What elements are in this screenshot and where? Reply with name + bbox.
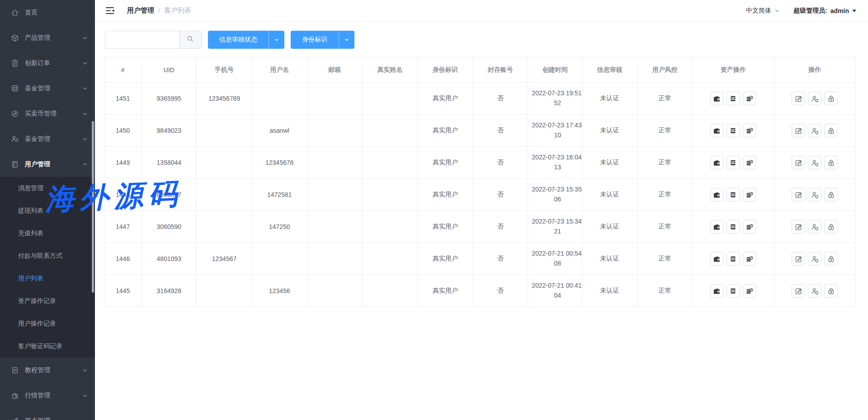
sidebar-item[interactable]: 行情管理 (0, 383, 95, 408)
cell-id: 1446 (104, 243, 142, 275)
edit-icon-button[interactable] (792, 156, 805, 169)
audit-status-filter-label[interactable]: 信息审核状态 (208, 31, 269, 49)
cell-email (307, 243, 362, 275)
sidebar-item[interactable]: 创新订单 (0, 51, 95, 76)
user-shield-icon (811, 127, 819, 135)
chevron-down-icon[interactable] (269, 31, 284, 49)
sidebar-subitem[interactable]: 用户列表 (0, 267, 95, 290)
wallet-icon-button[interactable] (710, 252, 724, 266)
cell-asset-ops: $ (693, 147, 774, 179)
user-shield-icon-button[interactable] (808, 92, 821, 105)
sidebar-item[interactable]: 用户管理 (0, 152, 95, 177)
wallet-icon-button[interactable] (710, 188, 724, 201)
column-header: UID (142, 57, 197, 83)
coins-off-icon-button[interactable] (743, 92, 756, 105)
user-shield-icon-button[interactable] (808, 220, 821, 233)
coins-off-icon-button[interactable] (743, 188, 756, 201)
menu-fold-icon[interactable] (106, 7, 114, 14)
sidebar-item[interactable]: 产品管理 (0, 25, 95, 51)
sidebar-item[interactable]: 教程管理 (0, 358, 95, 383)
cell-id: 1451 (104, 83, 142, 115)
sidebar-item[interactable]: 买卖币管理 (0, 101, 95, 126)
sidebar-subitem[interactable]: 客户验证码记录 (0, 335, 95, 358)
table-row: 144648010931234567真实用户否2022-07-21 00:54:… (104, 243, 856, 275)
lock-icon-button[interactable] (824, 124, 838, 137)
lock-icon-button[interactable] (824, 92, 838, 105)
coins-dollar-icon-button[interactable]: $ (726, 156, 740, 169)
wallet-icon-button[interactable] (710, 284, 724, 298)
identity-filter-label[interactable]: 身份标识 (291, 31, 339, 49)
user-shield-icon (811, 223, 819, 231)
user-shield-icon-button[interactable] (808, 124, 821, 137)
cell-created: 2022-07-23 19:51:52 (528, 83, 582, 115)
audit-status-filter-button[interactable]: 信息审核状态 (208, 31, 284, 49)
user-shield-icon-button[interactable] (808, 188, 821, 201)
cell-uid: 6306857 (142, 179, 197, 211)
wallet-icon-button[interactable] (710, 92, 724, 105)
cell-asset-ops: $ (693, 211, 774, 243)
wallet-icon-button[interactable] (710, 124, 724, 137)
sidebar-scrollbar[interactable] (92, 121, 94, 293)
user-shield-icon-button[interactable] (808, 156, 821, 169)
search-button[interactable] (179, 31, 201, 48)
lock-icon-button[interactable] (824, 284, 838, 298)
cell-realname (362, 83, 417, 115)
sidebar-item-label: 首页 (25, 9, 88, 17)
sidebar-subitem[interactable]: 消息管理 (0, 177, 95, 200)
coins-dollar-icon-button[interactable]: $ (726, 188, 740, 201)
search-input[interactable] (105, 31, 179, 48)
sidebar-item[interactable]: 基金管理 (0, 76, 95, 101)
column-header: 操作 (774, 57, 855, 83)
edit-icon-button[interactable] (792, 124, 805, 137)
edit-icon-button[interactable] (792, 252, 805, 266)
coins-dollar-icon-button[interactable]: $ (726, 92, 740, 105)
lock-icon (827, 191, 835, 199)
coins-dollar-icon-button[interactable]: $ (726, 220, 740, 233)
cell-created: 2022-07-21 00:41:04 (528, 275, 582, 307)
cell-sealed: 否 (473, 115, 528, 147)
column-header: 创建时间 (528, 57, 582, 83)
sidebar-subitem[interactable]: 资产操作记录 (0, 290, 95, 313)
edit-icon-button[interactable] (792, 188, 805, 201)
wallet-icon-button[interactable] (710, 156, 724, 169)
user-shield-icon-button[interactable] (808, 284, 821, 298)
coins-dollar-icon-button[interactable]: $ (726, 124, 740, 137)
edit-icon-button[interactable] (792, 220, 805, 233)
sidebar-item[interactable]: 首页 (0, 0, 95, 25)
sidebar-subitem[interactable]: 用户操作记录 (0, 313, 95, 335)
coins-off-icon (745, 223, 753, 231)
cell-id: 1448 (104, 179, 142, 211)
cell-risk: 正常 (637, 211, 693, 243)
cell-risk: 正常 (637, 147, 693, 179)
users-table: #UID手机号用户名邮箱真实姓名身份标识封存账号创建时间信息审核用户风控资产操作… (104, 57, 856, 307)
lock-icon-button[interactable] (824, 188, 838, 201)
chevron-down-icon[interactable] (339, 31, 354, 49)
lock-icon-button[interactable] (824, 156, 838, 169)
identity-filter-button[interactable]: 身份标识 (291, 31, 354, 49)
wallet-icon-button[interactable] (710, 220, 724, 233)
coins-off-icon-button[interactable] (743, 124, 756, 137)
coins-off-icon-button[interactable] (743, 284, 756, 298)
coins-dollar-icon-button[interactable]: $ (726, 252, 740, 266)
coins-off-icon-button[interactable] (743, 156, 756, 169)
sidebar-item[interactable]: 节点管理 (0, 408, 95, 420)
sidebar-item[interactable]: 基金管理 (0, 126, 95, 152)
search-icon (187, 35, 194, 44)
edit-icon-button[interactable] (792, 284, 805, 298)
lock-icon-button[interactable] (824, 252, 838, 266)
sidebar-subitem[interactable]: 提现列表 (0, 200, 95, 222)
coins-dollar-icon-button[interactable]: $ (726, 284, 740, 298)
coins-dollar-icon: $ (729, 287, 737, 295)
sidebar-subitem[interactable]: 付款与联系方式 (0, 245, 95, 267)
coins-off-icon-button[interactable] (743, 252, 756, 266)
breadcrumb-section[interactable]: 用户管理 (127, 6, 154, 15)
lock-icon (827, 255, 835, 263)
admin-role-label: 超级管理员: (793, 7, 827, 15)
user-shield-icon-button[interactable] (808, 252, 821, 266)
sidebar-subitem[interactable]: 充值列表 (0, 222, 95, 245)
language-selector[interactable]: 中文简体 (746, 7, 780, 15)
lock-icon-button[interactable] (824, 220, 838, 233)
coins-off-icon-button[interactable] (743, 220, 756, 233)
edit-icon-button[interactable] (792, 92, 805, 105)
admin-dropdown[interactable]: 超级管理员: admin (793, 7, 856, 15)
